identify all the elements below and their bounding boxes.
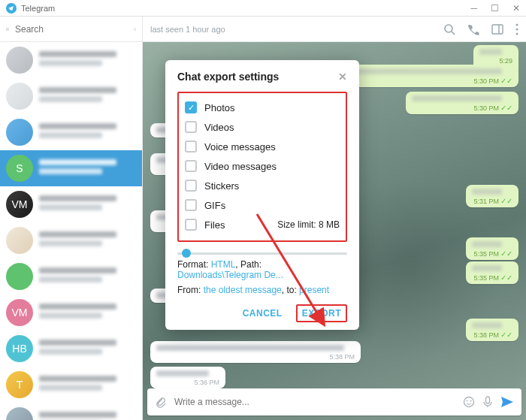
- chat-list-item[interactable]: [0, 258, 142, 295]
- sidepanel-icon[interactable]: [491, 23, 503, 35]
- svg-point-7: [516, 32, 518, 35]
- chat-list-item[interactable]: T: [0, 367, 142, 403]
- window-title: Telegram: [21, 4, 470, 13]
- call-icon[interactable]: [467, 23, 479, 35]
- lock-icon[interactable]: [134, 24, 136, 35]
- export-option-row[interactable]: ✓ Photos: [185, 98, 340, 117]
- message-bubble[interactable]: 5:35 PM✓✓: [466, 237, 518, 260]
- chat-list-item[interactable]: [0, 114, 142, 150]
- checkbox-label: Video messages: [204, 161, 340, 172]
- checkbox[interactable]: [185, 121, 197, 133]
- attach-icon[interactable]: [155, 396, 167, 408]
- checkbox-label: Voice messages: [204, 141, 340, 153]
- chat-list-item[interactable]: [0, 403, 142, 420]
- avatar: VM: [6, 191, 33, 218]
- message-bubble[interactable]: 5:31 PM✓✓: [466, 185, 518, 207]
- avatar: [6, 227, 33, 254]
- avatar: HB: [6, 335, 33, 362]
- chat-list-item[interactable]: S: [0, 150, 142, 186]
- window-maximize-icon[interactable]: ☐: [491, 3, 499, 14]
- message-bubble[interactable]: 5:38 PM: [150, 341, 361, 363]
- composer: [147, 388, 521, 415]
- svg-line-12: [257, 214, 323, 323]
- export-option-row[interactable]: Stickers: [185, 176, 340, 195]
- avatar: [6, 407, 33, 420]
- search-chat-icon[interactable]: [443, 23, 455, 35]
- checkbox-label: Photos: [204, 102, 340, 113]
- emoji-icon[interactable]: [463, 396, 475, 408]
- checkbox[interactable]: ✓: [185, 101, 197, 113]
- export-option-row[interactable]: Videos: [185, 117, 340, 137]
- search-input[interactable]: [15, 24, 128, 35]
- chat-list-item[interactable]: HB: [0, 331, 142, 367]
- svg-point-8: [464, 397, 474, 407]
- send-icon[interactable]: [500, 396, 514, 408]
- message-bubble[interactable]: 5:36 PM: [150, 367, 225, 388]
- export-option-row[interactable]: Voice messages: [185, 137, 340, 156]
- svg-point-9: [467, 400, 468, 402]
- checkbox-label: GIFs: [204, 200, 340, 211]
- svg-point-6: [516, 28, 518, 30]
- checkbox-label: Stickers: [204, 180, 340, 192]
- avatar: VM: [6, 299, 33, 326]
- window-minimize-icon[interactable]: ─: [470, 3, 477, 14]
- mic-icon[interactable]: [482, 396, 493, 408]
- chat-list-item[interactable]: [0, 78, 142, 114]
- svg-point-10: [470, 400, 472, 402]
- chat-status: last seen 1 hour ago: [150, 25, 225, 34]
- export-option-row[interactable]: Video messages: [185, 156, 340, 176]
- close-icon[interactable]: ✕: [338, 71, 347, 83]
- window-close-icon[interactable]: ✕: [512, 3, 520, 14]
- chat-list-item[interactable]: VM: [0, 295, 142, 331]
- dialog-title: Chat export settings: [177, 71, 279, 83]
- checkbox[interactable]: [185, 141, 197, 153]
- avatar: [6, 119, 33, 146]
- window-titlebar: Telegram ─ ☐ ✕: [0, 0, 526, 17]
- svg-point-2: [445, 25, 452, 32]
- avatar: T: [6, 371, 33, 398]
- telegram-logo-icon: [6, 3, 17, 14]
- toolbar: last seen 1 hour ago: [0, 17, 526, 42]
- message-input[interactable]: [174, 397, 455, 407]
- avatar: [6, 263, 33, 290]
- svg-rect-1: [134, 29, 136, 30]
- svg-point-5: [516, 23, 518, 26]
- svg-rect-3: [492, 25, 503, 34]
- menu-icon[interactable]: [6, 24, 9, 35]
- annotation-arrow-icon: [249, 210, 340, 338]
- chat-list-item[interactable]: VM: [0, 186, 142, 222]
- more-icon[interactable]: [515, 23, 518, 35]
- checkbox[interactable]: [185, 219, 197, 231]
- avatar: [6, 47, 33, 74]
- checkbox[interactable]: [185, 160, 197, 172]
- checkbox-label: Videos: [204, 122, 340, 133]
- chat-list-item[interactable]: [0, 42, 142, 78]
- avatar: [6, 83, 33, 110]
- avatar: S: [6, 155, 33, 182]
- message-bubble[interactable]: 5:35 PM✓✓: [466, 261, 518, 284]
- svg-rect-11: [486, 397, 490, 403]
- checkbox[interactable]: [185, 180, 197, 192]
- checkbox[interactable]: [185, 199, 197, 211]
- message-bubble[interactable]: 5:30 PM✓✓: [406, 92, 518, 114]
- chat-list-item[interactable]: [0, 222, 142, 258]
- chat-list: S VM VM HB T: [0, 42, 143, 420]
- message-bubble[interactable]: 5:38 PM✓✓: [466, 319, 518, 341]
